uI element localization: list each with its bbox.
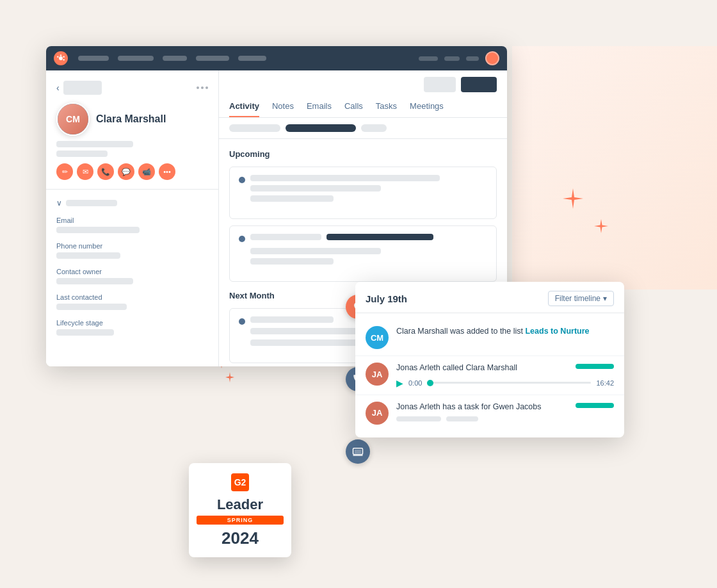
activity-card-2 — [229, 225, 497, 282]
email-action-button[interactable] — [461, 77, 497, 92]
edit-icon-btn[interactable]: ✏ — [56, 163, 73, 180]
contact-info: CM Clara Marshall — [56, 102, 208, 157]
line-a — [250, 234, 321, 240]
navbar-help[interactable] — [466, 56, 479, 61]
tab-meetings[interactable]: Meetings — [410, 96, 444, 117]
g2-leader-label: Leader — [197, 496, 284, 513]
timeline-items: CM Clara Marshall was added to the list … — [355, 313, 624, 437]
g2-badge: G2 Leader SPRING 2024 — [189, 463, 291, 557]
contact-name: Clara Marshall — [96, 113, 166, 125]
tl-avatar-image-1: CM — [366, 326, 389, 349]
tl-link-1[interactable]: Leads to Nurture — [525, 327, 589, 336]
filter-timeline-chevron: ▾ — [603, 294, 607, 303]
video-icon-btn[interactable]: 📹 — [138, 163, 155, 180]
audio-start-time: 0:00 — [408, 379, 422, 387]
tl-avatar-image-2: JA — [366, 363, 389, 386]
contact-sidebar: ‹ CM Clara Marshall — [46, 70, 219, 366]
tl-call-text: Jonas Arleth called Clara Marshall — [396, 363, 517, 374]
tl-content-1: Clara Marshall was added to the list Lea… — [396, 326, 614, 349]
property-last-contacted: Last contacted — [56, 293, 208, 310]
upcoming-section-title: Upcoming — [229, 149, 497, 159]
svg-point-2 — [63, 56, 65, 58]
property-lifecycle-stage: Lifecycle stage — [56, 319, 208, 336]
play-button[interactable]: ▶ — [396, 378, 403, 388]
navbar — [46, 46, 507, 70]
sparkle-decoration-4 — [224, 372, 236, 386]
filter-other[interactable] — [361, 124, 387, 132]
audio-progress-bar[interactable] — [427, 382, 591, 384]
property-phone: Phone number — [56, 242, 208, 259]
tl-task-sub — [396, 416, 614, 421]
more-options[interactable] — [197, 86, 208, 89]
activity-lines-1 — [250, 175, 487, 206]
svg-point-4 — [57, 56, 58, 58]
tl-content-2: Jonas Arleth called Clara Marshall ▶ 0:0… — [396, 363, 614, 388]
activity-dot-3 — [239, 318, 245, 325]
line-x — [250, 316, 334, 323]
tl-text-1: Clara Marshall was added to the list Lea… — [396, 326, 614, 338]
svg-point-0 — [59, 56, 63, 60]
email-icon-btn[interactable]: ✉ — [77, 163, 93, 180]
contact-company-skeleton — [56, 151, 108, 157]
nav-item-reports[interactable] — [238, 56, 266, 61]
avatar-image: CM — [58, 104, 88, 135]
more-icon-btn[interactable]: ••• — [159, 163, 175, 180]
log-button[interactable] — [424, 77, 456, 92]
timeline-item-2: JA Jonas Arleth called Clara Marshall ▶ … — [355, 356, 624, 395]
activity-dot-2 — [239, 236, 245, 242]
line-c — [250, 248, 381, 254]
nav-item-companies[interactable] — [118, 56, 154, 61]
contact-action-icons: ✏ ✉ 📞 💬 📹 ••• — [56, 163, 208, 180]
tl-avatar-2: JA — [366, 363, 389, 386]
navbar-notifications[interactable] — [444, 56, 460, 61]
user-avatar[interactable] — [485, 51, 499, 65]
navbar-search[interactable] — [419, 56, 438, 61]
tab-activity[interactable]: Activity — [229, 96, 259, 117]
nav-item-deals[interactable] — [163, 56, 187, 61]
chevron-icon[interactable]: ∨ — [56, 199, 62, 208]
g2-season-label: SPRING — [197, 516, 284, 525]
tab-notes[interactable]: Notes — [272, 96, 294, 117]
last-contacted-label: Last contacted — [56, 293, 208, 301]
audio-end-time: 16:42 — [596, 379, 614, 387]
contact-avatar: CM — [56, 102, 90, 136]
tl-avatar-3: JA — [366, 402, 389, 425]
lifecycle-label: Lifecycle stage — [56, 319, 208, 327]
nav-item-contacts[interactable] — [78, 56, 109, 61]
audio-handle[interactable] — [427, 380, 433, 386]
svg-point-1 — [60, 54, 61, 56]
tl-call-badge — [576, 364, 614, 369]
contact-back-nav: ‹ — [56, 81, 208, 95]
tab-emails[interactable]: Emails — [307, 96, 332, 117]
tabs-actions — [229, 70, 497, 96]
timeline-header: July 19th Filter timeline ▾ — [355, 282, 624, 313]
nav-item-activities[interactable] — [196, 56, 229, 61]
property-contact-owner: Contact owner — [56, 268, 208, 284]
nav-items — [78, 56, 408, 61]
task-sub-2 — [446, 416, 478, 421]
contact-owner-value — [56, 278, 133, 284]
tab-calls[interactable]: Calls — [344, 96, 363, 117]
filter-timeline-button[interactable]: Filter timeline ▾ — [548, 291, 614, 306]
g2-logo: G2 — [231, 473, 249, 491]
timeline-item-1: CM Clara Marshall was added to the list … — [355, 320, 624, 356]
tl-avatar-image-3: JA — [366, 402, 389, 425]
filter-all[interactable] — [229, 124, 280, 132]
back-arrow-icon[interactable]: ‹ — [56, 83, 60, 93]
chat-icon-btn[interactable]: 💬 — [118, 163, 134, 180]
phone-icon-btn[interactable]: 📞 — [97, 163, 114, 180]
g2-year-label: 2024 — [197, 528, 284, 548]
filter-active[interactable] — [286, 124, 356, 132]
tl-avatar-1: CM — [366, 326, 389, 349]
hubspot-logo[interactable] — [54, 51, 68, 65]
email-label: Email — [56, 216, 208, 224]
phone-label: Phone number — [56, 242, 208, 250]
tl-audio-player: ▶ 0:00 16:42 — [396, 378, 614, 388]
tl-text-prefix-1: Clara Marshall was added to the list — [396, 327, 525, 336]
timeline-panel: July 19th Filter timeline ▾ CM Clara Mar… — [355, 282, 624, 437]
breadcrumb-pill — [63, 81, 102, 95]
contact-owner-label: Contact owner — [56, 268, 208, 275]
lifecycle-value — [56, 329, 114, 336]
tab-tasks[interactable]: Tasks — [376, 96, 397, 117]
activity-dot-1 — [239, 177, 245, 183]
